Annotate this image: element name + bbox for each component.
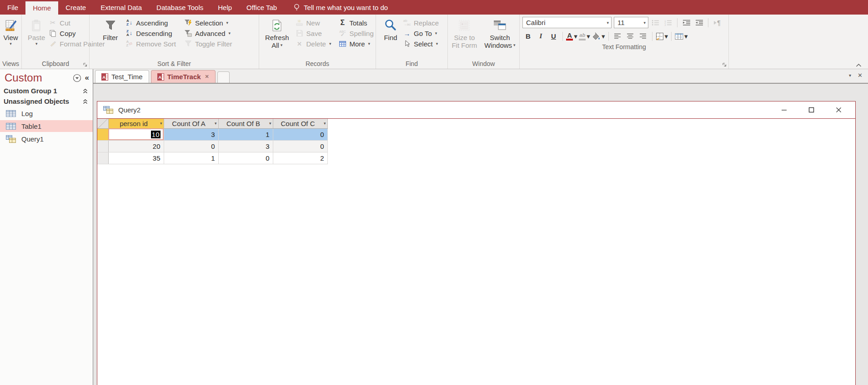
- column-header-count-of-b[interactable]: Count Of B▾: [218, 119, 273, 128]
- nav-pane-title: Custom: [5, 71, 69, 84]
- record-selector[interactable]: [97, 140, 108, 152]
- minimize-button[interactable]: [777, 107, 791, 113]
- tab-bar-close-button[interactable]: ✕: [858, 72, 863, 79]
- table-cell[interactable]: 1: [218, 128, 273, 140]
- decrease-indent-button[interactable]: [693, 17, 705, 28]
- table-cell[interactable]: 1: [164, 152, 218, 164]
- sort-ascending-button[interactable]: AZ↓ Ascending: [123, 18, 178, 28]
- bullets-button[interactable]: [650, 17, 661, 28]
- tab-test-time[interactable]: A Test_Time: [95, 70, 149, 83]
- select-button[interactable]: Select ▾: [401, 39, 441, 49]
- save-record-button[interactable]: Save: [293, 28, 334, 38]
- tab-timetrack[interactable]: A TimeTrack ✕: [151, 70, 216, 83]
- text-formatting-dialog-launcher[interactable]: [722, 62, 727, 67]
- nav-group-custom-group-1[interactable]: Custom Group 1: [0, 86, 93, 96]
- refresh-all-button[interactable]: Refresh All▾: [264, 16, 291, 49]
- menu-help[interactable]: Help: [211, 0, 239, 15]
- chevron-double-up-icon: [82, 88, 88, 94]
- tell-me-box[interactable]: Tell me what you want to do: [287, 0, 394, 15]
- query2-title-bar[interactable]: Query2: [97, 101, 855, 119]
- find-button[interactable]: Find: [382, 16, 399, 41]
- select-all-corner[interactable]: [97, 119, 108, 128]
- align-right-button[interactable]: [637, 30, 649, 42]
- menu-file[interactable]: File: [0, 0, 25, 15]
- totals-sigma-icon: Σ: [338, 19, 346, 27]
- remove-sort-button[interactable]: AZ Remove Sort: [123, 39, 178, 49]
- table-cell[interactable]: 0: [164, 140, 218, 152]
- italic-button[interactable]: I: [535, 30, 547, 42]
- tab-close-icon[interactable]: ✕: [205, 74, 209, 80]
- column-header-count-of-c[interactable]: Count Of C▾: [273, 119, 327, 128]
- numbering-button[interactable]: 123: [662, 17, 674, 28]
- sort-descending-button[interactable]: ZA↓ Descending: [123, 28, 178, 38]
- bold-icon: B: [526, 32, 531, 40]
- tab-stub[interactable]: [217, 71, 230, 83]
- replace-button[interactable]: ab→ac Replace: [401, 18, 441, 28]
- paste-label: Paste: [28, 34, 45, 41]
- paste-button[interactable]: Paste ▾: [26, 16, 46, 46]
- delete-record-button[interactable]: ✕ Delete ▾: [293, 39, 334, 49]
- increase-indent-icon: [682, 20, 691, 26]
- nav-item-table1[interactable]: Table1: [0, 120, 93, 132]
- record-selector[interactable]: [97, 152, 108, 164]
- tab-list-dropdown[interactable]: ▾: [849, 73, 851, 78]
- menu-office-tab[interactable]: Office Tab: [239, 0, 284, 15]
- table-cell[interactable]: 3: [164, 128, 218, 140]
- table-cell[interactable]: 0: [218, 152, 273, 164]
- menu-home[interactable]: Home: [25, 1, 58, 15]
- menu-create[interactable]: Create: [58, 0, 93, 15]
- nav-item-query1[interactable]: Query1: [0, 133, 93, 145]
- filter-button[interactable]: Filter: [101, 16, 119, 41]
- toggle-filter-button[interactable]: Toggle Filter: [182, 39, 235, 49]
- font-name-select[interactable]: Calibri ▾: [522, 17, 612, 28]
- menu-external-data[interactable]: External Data: [93, 0, 149, 15]
- advanced-filter-button[interactable]: Advanced ▾: [182, 28, 235, 38]
- maximize-button[interactable]: [804, 107, 818, 113]
- table-cell[interactable]: 20: [108, 140, 164, 152]
- column-filter-dropdown-icon[interactable]: ▾: [324, 121, 326, 126]
- highlight-color-button[interactable]: ab ▾: [579, 30, 590, 42]
- column-filter-dropdown-icon[interactable]: ▾: [160, 121, 162, 126]
- switch-windows-button[interactable]: Switch Windows▾: [483, 16, 517, 49]
- clipboard-dialog-launcher[interactable]: [83, 62, 88, 67]
- table-cell[interactable]: 35: [108, 152, 164, 164]
- nav-item-log[interactable]: Log: [0, 107, 93, 119]
- column-header-person-id[interactable]: person id▾: [108, 119, 164, 128]
- go-to-button[interactable]: → Go To ▾: [401, 28, 441, 38]
- size-to-fit-form-button[interactable]: Size to Fit Form: [450, 16, 478, 49]
- nav-category-dropdown[interactable]: [73, 74, 81, 82]
- text-direction-button[interactable]: ¶: [712, 17, 723, 28]
- table-cell[interactable]: 0: [273, 128, 327, 140]
- background-color-button[interactable]: ▾: [592, 30, 605, 42]
- column-header-count-of-a[interactable]: Count Of A▾: [164, 119, 218, 128]
- increase-indent-button[interactable]: [681, 17, 692, 28]
- column-filter-dropdown-icon[interactable]: ▾: [269, 121, 271, 126]
- align-left-button[interactable]: [612, 30, 623, 42]
- more-button[interactable]: More ▾: [336, 39, 376, 49]
- spelling-button[interactable]: ABC✓ Spelling: [336, 28, 376, 38]
- record-selector[interactable]: [97, 128, 108, 140]
- table-cell[interactable]: 10: [108, 128, 164, 140]
- collapse-ribbon-button[interactable]: [856, 63, 862, 67]
- column-label: person id: [120, 120, 148, 127]
- view-button[interactable]: View ▾: [2, 16, 19, 46]
- nav-group-unassigned-objects[interactable]: Unassigned Objects: [0, 96, 93, 106]
- totals-button[interactable]: Σ Totals: [336, 18, 376, 28]
- font-color-button[interactable]: A ▾: [566, 30, 577, 42]
- font-size-select[interactable]: 11 ▾: [614, 17, 648, 28]
- alternate-row-color-button[interactable]: ▾: [675, 30, 688, 42]
- align-center-button[interactable]: [625, 30, 636, 42]
- bold-button[interactable]: B: [522, 30, 534, 42]
- table-row: 10 3 1 0: [97, 128, 327, 140]
- table-cell[interactable]: 2: [273, 152, 327, 164]
- close-button[interactable]: [832, 107, 845, 113]
- new-record-button[interactable]: New: [293, 18, 334, 28]
- underline-button[interactable]: U: [548, 30, 559, 42]
- gridlines-button[interactable]: ▾: [656, 30, 668, 42]
- column-filter-dropdown-icon[interactable]: ▾: [215, 121, 217, 126]
- nav-collapse-button[interactable]: «: [85, 73, 89, 82]
- table-cell[interactable]: 0: [273, 140, 327, 152]
- table-cell[interactable]: 3: [218, 140, 273, 152]
- selection-button[interactable]: Selection ▾: [182, 18, 235, 28]
- menu-database-tools[interactable]: Database Tools: [149, 0, 211, 15]
